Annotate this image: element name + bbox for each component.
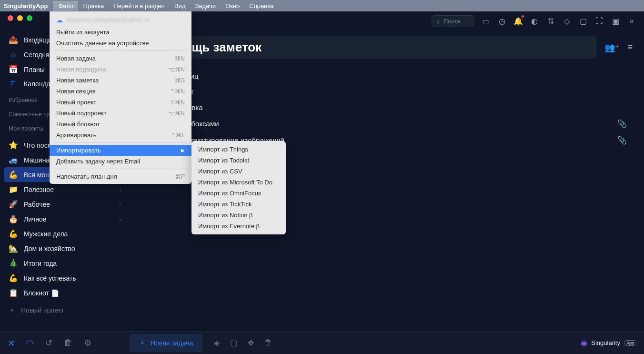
sidebar-item-label: Сегодня	[24, 51, 50, 59]
menu-goto[interactable]: Перейти в раздел	[109, 1, 170, 11]
file-menu-item[interactable]: Новый подпроект⌥⌘N	[50, 108, 191, 119]
menu-file[interactable]: Файл	[53, 1, 78, 11]
close-window-button[interactable]	[8, 15, 13, 21]
more-icon[interactable]: »	[627, 16, 636, 26]
menu-edit[interactable]: Правка	[78, 1, 109, 11]
menu-item-label: Архивировать	[56, 131, 97, 139]
new-task-label: Новая задача	[151, 339, 193, 347]
menu-item-label: Новый блокнот	[56, 121, 100, 128]
search-input[interactable]: ⌕ Поиск	[432, 15, 474, 27]
bottombar-brand: ◉ Singularity App	[581, 338, 636, 347]
display-icon[interactable]: ▢	[578, 16, 588, 26]
filter-icon[interactable]: ⇅	[546, 16, 555, 26]
file-menu-item[interactable]: Архивировать⌃⌘L	[50, 130, 191, 141]
content-task-line[interactable]: Цветной текст	[141, 84, 633, 100]
sidebar-project-item[interactable]: 💪Мужские дела	[0, 226, 130, 241]
add-project-button[interactable]: ＋ Новый проект	[0, 302, 130, 318]
import-submenu-item[interactable]: Импорт из Todoist	[191, 155, 286, 166]
attachment-icon[interactable]: 📎	[617, 119, 627, 128]
chevron-right-icon: ›	[119, 187, 121, 192]
bell-icon[interactable]: 🔔	[513, 16, 523, 26]
calendar-icon[interactable]: ▭	[481, 16, 491, 26]
import-submenu-item[interactable]: Импорт из TickTick	[191, 199, 286, 210]
new-task-button[interactable]: ＋ Новая задача	[130, 334, 202, 352]
page-title[interactable]: Вся мощь заметок	[141, 36, 597, 59]
import-submenu-item[interactable]: Импорт из Notion β	[191, 210, 286, 221]
bottombar-left: ⤨ ◠ ↺ 🗑 ⚙	[8, 338, 130, 348]
sidebar-project-item[interactable]: 💪Как всё успевать	[0, 271, 130, 285]
search-icon: ⌕	[437, 18, 441, 25]
share-icon[interactable]: 👥⁺	[604, 42, 620, 53]
project-emoji-icon: 💪	[9, 170, 18, 179]
attachment-icon[interactable]: 📎	[617, 136, 627, 145]
tag-icon[interactable]: ◇	[562, 16, 572, 26]
activity-icon[interactable]: ◐	[530, 16, 539, 26]
menu-item-label: Новая заметка	[56, 77, 99, 84]
import-submenu-item[interactable]: Импорт из Evernote β	[191, 221, 286, 232]
menu-shortcut: ⌃⌘L	[171, 132, 185, 139]
project-label: Итоги года	[24, 260, 57, 267]
shuffle-icon[interactable]: ⤨	[8, 338, 15, 348]
calendar-grid-icon: 🗓	[9, 80, 18, 88]
file-menu-item[interactable]: Новый проект⇧⌘N	[50, 97, 191, 108]
menu-tasks[interactable]: Задачи	[190, 1, 221, 11]
project-emoji-icon: 📁	[9, 185, 18, 194]
import-submenu-item[interactable]: Импорт из Microsoft To Do	[191, 177, 286, 188]
menu-shortcut: ⇧⌘N	[170, 99, 185, 106]
sidebar-project-item[interactable]: 🚀Рабочее›	[0, 197, 130, 212]
content-task-line[interactable]: Вставка таблиц	[141, 68, 633, 84]
menu-window[interactable]: Окно	[221, 1, 244, 11]
project-emoji-icon: 💪	[9, 273, 18, 283]
gear-icon[interactable]: ⚙	[84, 338, 91, 348]
panel-icon[interactable]: ▣	[611, 16, 620, 26]
menu-shortcut: ⌥⌘N	[168, 66, 185, 73]
add-project-label: Новый проект	[21, 306, 64, 314]
content-task-line[interactable]: Список с чек-боксами📎	[141, 115, 633, 132]
menu-divider	[54, 51, 187, 51]
project-emoji-icon: 🚙	[9, 155, 18, 164]
import-submenu-item[interactable]: Импорт из OmniFocus	[191, 188, 286, 199]
menu-shortcut: ⌘N	[175, 55, 185, 62]
file-menu-item: Новая подзадача⌥⌘N	[50, 64, 191, 75]
content: Вставка таблицЦветной текстБыстрая встав…	[130, 64, 644, 152]
timer-icon[interactable]: ◷	[497, 16, 507, 26]
menu-print[interactable]: Напечатать план дня ⌘P	[50, 171, 191, 182]
menu-shortcut: ⌘G	[175, 77, 185, 84]
settings-lines-icon[interactable]: ≡	[627, 42, 633, 53]
sidebar-project-item[interactable]: 🎄Итоги года	[0, 256, 130, 271]
focus-icon[interactable]: ⛶	[594, 16, 604, 26]
delete-icon[interactable]: 🗑	[264, 338, 272, 347]
sidebar-project-item[interactable]: 🏡Дом и хозяйство	[0, 241, 130, 256]
menu-logout[interactable]: Выйти из аккаунта	[50, 27, 191, 38]
menu-divider	[54, 142, 187, 143]
account-email: ekaterina.anonymous@admin.ru	[67, 17, 150, 23]
menu-import[interactable]: Импортировать ▶	[50, 145, 191, 156]
sidebar-project-item[interactable]: 📁Полезное›	[0, 182, 130, 197]
menu-help[interactable]: Справка	[244, 1, 278, 11]
menu-clear-data[interactable]: Очистить данные на устройстве	[50, 38, 191, 49]
date-icon[interactable]: ▢	[230, 338, 237, 347]
menu-account-row[interactable]: ☁ ekaterina.anonymous@admin.ru	[50, 13, 191, 27]
menu-item-label: Новый проект	[56, 99, 96, 106]
file-menu-item[interactable]: Новый блокнот	[50, 119, 191, 130]
file-menu-item[interactable]: Новая задача⌘N	[50, 53, 191, 64]
file-menu-item[interactable]: Новая заметка⌘G	[50, 75, 191, 86]
layers-icon[interactable]: ◈	[214, 338, 220, 347]
move-icon[interactable]: ✥	[248, 338, 254, 347]
content-task-line[interactable]: Быстрая вставка	[141, 100, 633, 115]
sidebar-project-item[interactable]: 📋Блокнот 📄	[0, 285, 130, 300]
menu-view[interactable]: Вид	[170, 1, 191, 11]
import-submenu-item[interactable]: Импорт из CSV	[191, 166, 286, 177]
trash-icon[interactable]: 🗑	[64, 338, 72, 348]
history-icon[interactable]: ↺	[45, 338, 52, 348]
project-label: Личное	[24, 215, 47, 223]
import-submenu-item[interactable]: Импорт из Things	[191, 144, 286, 155]
minimize-window-button[interactable]	[17, 15, 23, 21]
sidebar-project-item[interactable]: 🎂Личное›	[0, 212, 130, 226]
menu-item-label: Новая секция	[56, 88, 95, 95]
file-menu-item[interactable]: Новая секция⌃⌘N	[50, 86, 191, 97]
rainbow-icon[interactable]: ◠	[26, 338, 34, 348]
menu-add-via-email[interactable]: Добавить задачу через Email	[50, 156, 191, 167]
maximize-window-button[interactable]	[27, 15, 32, 21]
project-emoji-icon: 🎂	[9, 214, 18, 223]
